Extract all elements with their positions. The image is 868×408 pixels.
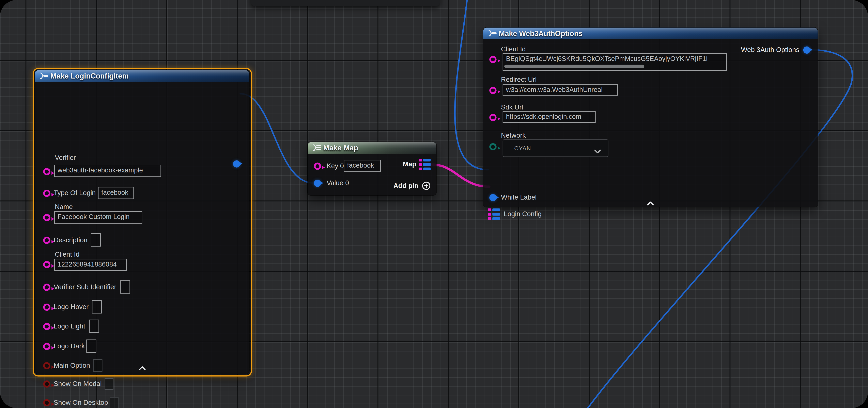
input-pin-show-on-desktop[interactable] xyxy=(43,399,50,406)
pin-label-client-id: Client Id xyxy=(501,45,526,53)
pin-label-main-option: Main Option xyxy=(54,362,90,369)
input-pin-key-0[interactable] xyxy=(314,162,321,170)
input-pin-main-option[interactable] xyxy=(43,362,50,369)
input-pin-description[interactable] xyxy=(43,236,50,244)
pin-label-logo-dark: Logo Dark xyxy=(54,342,85,350)
node-make-map: Make Map Key 0 facebook Value 0 Map Add … xyxy=(308,142,436,195)
pin-label-name: Name xyxy=(55,203,73,211)
input-pin-logo-light[interactable] xyxy=(43,322,50,330)
collapse-chevron-icon[interactable] xyxy=(647,198,654,208)
pin-label-sdk-url: Sdk Url xyxy=(501,103,523,111)
description-value-field[interactable] xyxy=(91,233,101,247)
input-pin-client-id[interactable] xyxy=(489,56,496,63)
client-id-field-scrollbar[interactable] xyxy=(504,64,644,68)
input-pin-client-id[interactable] xyxy=(43,261,50,268)
input-pin-redirect-url[interactable] xyxy=(489,87,496,94)
partial-node-top[interactable] xyxy=(251,0,440,6)
type-of-login-value-field[interactable]: facebook xyxy=(98,187,134,199)
network-dropdown-value: CYAN xyxy=(514,140,531,157)
pin-label-logo-hover: Logo Hover xyxy=(54,303,89,311)
input-pin-white-label[interactable] xyxy=(489,194,496,201)
key-0-value-field[interactable]: facebook xyxy=(344,160,381,172)
output-pin-web3auth-options[interactable] xyxy=(803,46,810,54)
pin-label-login-config: Login Config xyxy=(504,210,541,218)
pin-label-verifier: Verifier xyxy=(55,154,76,162)
node-header-make-loginconfigitem[interactable]: Make LoginConfigItem xyxy=(35,70,249,82)
input-pin-name[interactable] xyxy=(43,214,50,221)
pin-label-description: Description xyxy=(54,236,88,244)
node-header-make-map[interactable]: Make Map xyxy=(308,142,436,154)
pin-label-client-id: Client Id xyxy=(55,250,80,258)
pin-label-redirect-url: Redirect Url xyxy=(501,76,537,83)
show-on-desktop-checkbox[interactable] xyxy=(110,397,119,408)
wire-map-to-loginconfig[interactable] xyxy=(431,165,489,186)
add-pin-label[interactable]: Add pin xyxy=(394,182,418,190)
node-title: Make LoginConfigItem xyxy=(51,70,129,82)
logo-hover-value-field[interactable] xyxy=(92,300,102,314)
input-pin-type-of-login[interactable] xyxy=(43,190,50,197)
input-pin-sdk-url[interactable] xyxy=(489,113,496,121)
pin-label-type-of-login: Type Of Login xyxy=(54,189,96,197)
client-id-value-field[interactable]: 1222658941886084 xyxy=(54,259,127,271)
pin-label-network: Network xyxy=(501,132,526,139)
show-on-modal-checkbox[interactable] xyxy=(104,378,114,390)
pin-label-logo-light: Logo Light xyxy=(54,322,85,330)
name-value-field[interactable]: Facebook Custom Login xyxy=(54,211,142,224)
pin-label-show-on-modal: Show On Modal xyxy=(54,380,102,387)
input-pin-verifier-sub-identifier[interactable] xyxy=(43,283,50,291)
dropdown-chevron-icon xyxy=(594,146,601,156)
input-pin-verifier[interactable] xyxy=(43,168,50,175)
pin-label-verifier-sub-identifier: Verifier Sub Identifier xyxy=(54,283,116,291)
input-pin-value-0[interactable] xyxy=(314,179,321,187)
verifier-value-field[interactable]: web3auth-facebook-example xyxy=(54,165,161,177)
pin-label-key-0: Key 0 xyxy=(327,162,344,170)
input-pin-show-on-modal[interactable] xyxy=(43,380,50,387)
main-option-checkbox[interactable] xyxy=(93,360,102,372)
output-pin-map[interactable] xyxy=(419,159,431,172)
node-make-loginconfigitem: Make LoginConfigItem Login Config Item V… xyxy=(35,70,249,374)
pin-label-map: Map xyxy=(403,160,416,168)
input-pin-login-config[interactable] xyxy=(488,208,500,222)
input-pin-network[interactable] xyxy=(489,143,496,150)
pin-label-value-0: Value 0 xyxy=(327,179,349,187)
network-dropdown[interactable]: CYAN xyxy=(503,139,609,157)
logo-dark-value-field[interactable] xyxy=(86,340,96,353)
add-pin-icon[interactable] xyxy=(422,181,431,193)
node-header-make-web3authoptions[interactable]: Make Web3AuthOptions xyxy=(483,28,817,39)
collapse-chevron-icon[interactable] xyxy=(138,363,146,373)
make-struct-icon xyxy=(39,72,49,82)
client-id-value-text: BEglQSgt4cUWcj6SKRdu5QkOXTsePmMcusG5EAoy… xyxy=(506,55,708,62)
node-title: Make Map xyxy=(323,142,358,154)
pin-label-web3auth-options: Web 3Auth Options xyxy=(741,46,799,54)
redirect-url-value-field[interactable]: w3a://com.w3a.Web3AuthUnreal xyxy=(503,84,618,96)
pin-label-show-on-desktop: Show On Desktop xyxy=(54,399,108,406)
node-title: Make Web3AuthOptions xyxy=(499,28,583,39)
client-id-value-field[interactable]: BEglQSgt4cUWcj6SKRdu5QkOXTsePmMcusG5EAoy… xyxy=(503,53,727,71)
sdk-url-value-field[interactable]: https://sdk.openlogin.com xyxy=(503,111,596,123)
wire-loginconfigitem-to-value0[interactable] xyxy=(240,94,314,183)
blueprint-graph-canvas[interactable]: Make LoginConfigItem Login Config Item V… xyxy=(0,0,868,408)
pin-label-white-label: White Label xyxy=(501,194,537,201)
verifier-sub-identifier-value-field[interactable] xyxy=(120,280,130,294)
node-make-web3authoptions: Make Web3AuthOptions Web 3Auth Options C… xyxy=(483,28,817,207)
make-struct-icon xyxy=(488,30,498,39)
input-pin-logo-hover[interactable] xyxy=(43,303,50,311)
make-map-icon xyxy=(312,144,322,154)
output-pin-login-config-item[interactable] xyxy=(233,160,240,168)
input-pin-logo-dark[interactable] xyxy=(43,343,50,350)
logo-light-value-field[interactable] xyxy=(89,319,99,333)
